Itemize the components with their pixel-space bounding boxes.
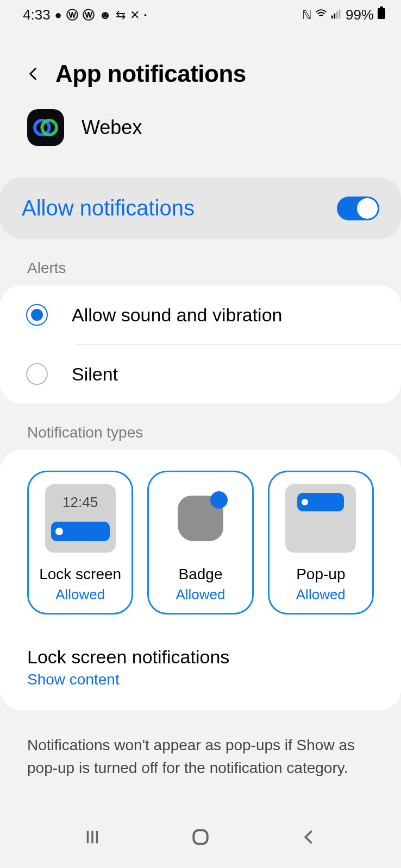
type-title: Lock screen <box>39 566 121 583</box>
status-time: 4:33 <box>23 7 51 23</box>
status-bar: 4:33 ● ⓦ ⓦ ☻ ⇆ ✕ • ℕ 99% <box>0 0 401 28</box>
wifi-icon <box>315 8 327 23</box>
footer-help-text: Notifications won't appear as pop-ups if… <box>0 710 401 796</box>
sync-icon: ⇆ <box>116 8 126 22</box>
type-lock-screen[interactable]: 12:45 Lock screen Allowed <box>27 471 133 614</box>
home-button[interactable] <box>188 825 213 850</box>
popup-preview-icon <box>285 483 356 554</box>
lock-screen-notifications-title: Lock screen notifications <box>27 647 374 668</box>
notification-types-row: 12:45 Lock screen Allowed Badge Allowed … <box>0 450 401 630</box>
svg-rect-2 <box>336 11 338 18</box>
recents-button[interactable] <box>80 825 105 850</box>
type-title: Pop-up <box>296 566 345 583</box>
notification-types-card: 12:45 Lock screen Allowed Badge Allowed … <box>0 450 401 710</box>
allow-notifications-label: Allow notifications <box>22 196 195 220</box>
type-status: Allowed <box>296 586 346 603</box>
type-badge[interactable]: Badge Allowed <box>147 471 253 614</box>
type-status: Allowed <box>176 586 225 603</box>
alert-option-sound-vibration[interactable]: Allow sound and vibration <box>0 286 401 344</box>
webex-status-icon-2: ⓦ <box>83 7 95 23</box>
app-name: Webex <box>82 116 142 139</box>
status-left: 4:33 ● ⓦ ⓦ ☻ ⇆ ✕ • <box>23 7 147 23</box>
webex-status-icon: ⓦ <box>66 7 78 23</box>
status-right: ℕ 99% <box>302 7 386 23</box>
svg-rect-5 <box>378 8 385 19</box>
dot-icon: • <box>144 11 147 20</box>
badge-preview-icon <box>165 483 236 554</box>
radio-selected-icon <box>26 304 48 326</box>
allow-notifications-row[interactable]: Allow notifications <box>0 178 401 239</box>
signal-icon <box>330 8 342 23</box>
missed-call-icon: ✕ <box>130 8 140 22</box>
svg-rect-1 <box>334 14 335 18</box>
svg-rect-0 <box>331 15 333 18</box>
header: App notifications <box>0 28 401 109</box>
preview-time: 12:45 <box>62 494 98 511</box>
alerts-card: Allow sound and vibration Silent <box>0 286 401 403</box>
alert-option-silent[interactable]: Silent <box>0 345 401 403</box>
account-icon: ☻ <box>99 8 111 22</box>
battery-icon <box>377 7 386 23</box>
app-icon <box>27 109 64 146</box>
chat-icon: ● <box>55 8 62 22</box>
allow-notifications-toggle[interactable] <box>337 197 379 220</box>
lock-screen-notifications-row[interactable]: Lock screen notifications Show content <box>0 630 401 710</box>
alert-option-label: Silent <box>72 364 118 385</box>
battery-text: 99% <box>346 7 374 23</box>
section-label-alerts: Alerts <box>0 239 401 286</box>
svg-rect-3 <box>339 9 341 18</box>
lock-screen-notifications-value: Show content <box>27 671 374 688</box>
type-popup[interactable]: Pop-up Allowed <box>268 471 374 614</box>
nav-back-button[interactable] <box>296 825 321 850</box>
alert-option-label: Allow sound and vibration <box>72 305 282 326</box>
type-status: Allowed <box>55 586 105 603</box>
page-title: App notifications <box>55 60 246 87</box>
type-title: Badge <box>179 566 223 583</box>
navigation-bar <box>0 814 401 860</box>
nfc-icon: ℕ <box>302 8 312 22</box>
section-label-types: Notification types <box>0 403 401 450</box>
svg-rect-11 <box>193 830 207 844</box>
radio-unselected-icon <box>26 363 48 385</box>
back-button[interactable] <box>26 67 40 81</box>
app-identity-row[interactable]: Webex <box>0 109 401 168</box>
svg-rect-4 <box>380 7 383 8</box>
lock-screen-preview-icon: 12:45 <box>45 483 116 554</box>
